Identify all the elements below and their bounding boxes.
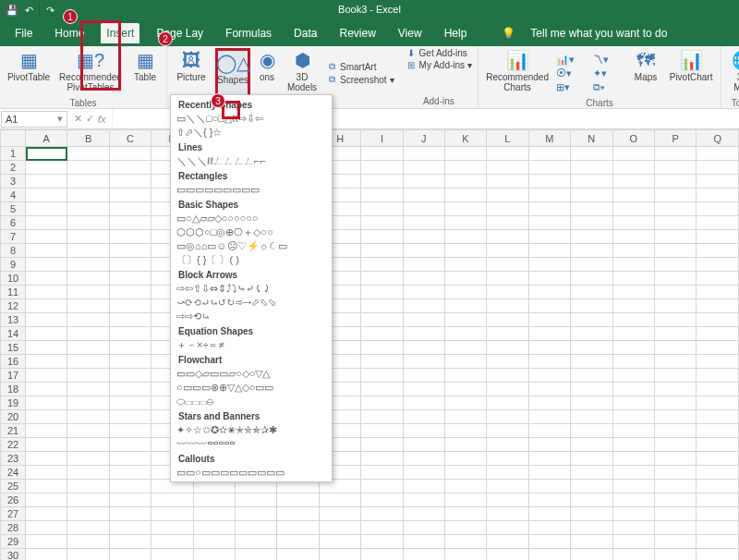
cell-O17[interactable] (612, 369, 654, 383)
cell-J18[interactable] (403, 383, 444, 396)
cell-H28[interactable] (319, 521, 360, 535)
cell-L28[interactable] (487, 521, 528, 535)
row-header-6[interactable]: 6 (1, 216, 26, 230)
cell-B29[interactable] (67, 535, 109, 549)
cell-P8[interactable] (654, 244, 696, 258)
row-header-19[interactable]: 19 (1, 396, 26, 410)
cell-K3[interactable] (444, 175, 486, 189)
cell-C6[interactable] (109, 216, 151, 230)
cell-C8[interactable] (109, 244, 151, 258)
cell-P16[interactable] (654, 355, 696, 369)
cell-A25[interactable] (26, 480, 67, 493)
cell-O2[interactable] (612, 161, 654, 175)
cell-O10[interactable] (612, 272, 654, 286)
column-header-L[interactable]: L (487, 130, 528, 147)
cell-P21[interactable] (654, 424, 696, 438)
cell-F29[interactable] (236, 535, 277, 549)
cell-B17[interactable] (67, 369, 109, 383)
row-header-23[interactable]: 23 (1, 452, 26, 466)
cell-A17[interactable] (26, 369, 67, 383)
cell-M17[interactable] (528, 369, 571, 383)
column-header-N[interactable]: N (571, 130, 612, 147)
cell-A20[interactable] (26, 410, 67, 424)
cell-N24[interactable] (571, 466, 612, 480)
cell-O3[interactable] (612, 175, 654, 189)
shapes-gallery-dropdown[interactable]: Recently Shapes ▭＼＼□○□△ℓℓ⇨⇩⇦ ⇧⬀＼{ }☆ Lin… (170, 94, 333, 482)
shapes-flow-r2[interactable]: ○▭▭▭⊗⊕▽△◇○▭▭ (173, 381, 330, 395)
cell-B9[interactable] (67, 258, 109, 272)
cell-I4[interactable] (361, 189, 403, 202)
cell-C18[interactable] (109, 383, 151, 396)
cell-A13[interactable] (26, 313, 67, 327)
cell-B7[interactable] (67, 230, 109, 244)
name-box[interactable]: A1 ▾ (1, 111, 67, 128)
cell-N26[interactable] (571, 493, 612, 507)
cell-N3[interactable] (571, 175, 612, 189)
cell-L7[interactable] (487, 230, 528, 244)
shapes-block-r2[interactable]: ⤻⟳⟲⤾⤿↺↻➾⇢⬀⬁⬂ (173, 296, 330, 310)
cell-N22[interactable] (571, 438, 612, 452)
cell-N13[interactable] (571, 313, 612, 327)
row-header-20[interactable]: 20 (1, 410, 26, 424)
cell-A30[interactable] (26, 549, 67, 561)
cell-I28[interactable] (361, 521, 403, 535)
row-header-25[interactable]: 25 (1, 480, 26, 493)
shapes-basic-r4[interactable]: 〔〕{ }〔 〕( ) (173, 253, 330, 267)
cell-C23[interactable] (109, 452, 151, 466)
cell-L4[interactable] (487, 189, 528, 202)
cell-L11[interactable] (487, 286, 528, 299)
cell-J16[interactable] (403, 355, 444, 369)
cell-I29[interactable] (361, 535, 403, 549)
pictures-button[interactable]: 🖼Picture (173, 48, 210, 98)
cell-M11[interactable] (528, 286, 571, 299)
3dmodels-button[interactable]: ⬢3D Models (284, 48, 321, 98)
cell-I19[interactable] (361, 396, 403, 410)
cell-Q28[interactable] (697, 521, 739, 535)
cell-Q20[interactable] (697, 410, 739, 424)
cell-O30[interactable] (612, 549, 654, 561)
cell-C20[interactable] (109, 410, 151, 424)
table-button[interactable]: ▦Table (129, 48, 161, 98)
cell-O25[interactable] (612, 480, 654, 493)
row-header-11[interactable]: 11 (1, 286, 26, 299)
cell-N19[interactable] (571, 396, 612, 410)
cell-M2[interactable] (528, 161, 571, 175)
cell-I13[interactable] (361, 313, 403, 327)
cell-C24[interactable] (109, 466, 151, 480)
cell-C15[interactable] (109, 341, 151, 355)
row-header-4[interactable]: 4 (1, 189, 26, 202)
row-header-14[interactable]: 14 (1, 327, 26, 341)
cell-K2[interactable] (444, 161, 486, 175)
cell-I6[interactable] (361, 216, 403, 230)
shapes-stars-r2[interactable]: 〰〰〰▭▭▭▭▭ (173, 437, 330, 451)
cell-P19[interactable] (654, 396, 696, 410)
cell-K1[interactable] (444, 147, 486, 161)
cell-I7[interactable] (361, 230, 403, 244)
cell-O24[interactable] (612, 466, 654, 480)
cell-J4[interactable] (403, 189, 444, 202)
cell-N25[interactable] (571, 480, 612, 493)
cell-Q2[interactable] (697, 161, 739, 175)
cell-K5[interactable] (444, 202, 486, 216)
cell-I1[interactable] (361, 147, 403, 161)
cell-Q9[interactable] (697, 258, 739, 272)
cell-J1[interactable] (403, 147, 444, 161)
cell-P30[interactable] (654, 549, 696, 561)
cell-P20[interactable] (654, 410, 696, 424)
cell-M25[interactable] (528, 480, 571, 493)
shapes-lines-row[interactable]: ＼＼＼ℓℓㄥㄥㄥㄥ⌐⌐ (173, 154, 330, 168)
cell-Q7[interactable] (697, 230, 739, 244)
cell-P28[interactable] (654, 521, 696, 535)
cell-L2[interactable] (487, 161, 528, 175)
cell-K19[interactable] (444, 396, 486, 410)
cell-Q1[interactable] (697, 147, 739, 161)
cell-B15[interactable] (67, 341, 109, 355)
tab-file[interactable]: File (9, 23, 38, 43)
cell-Q12[interactable] (697, 299, 739, 313)
smartart-button[interactable]: ⧉SmartArt (326, 61, 394, 72)
column-header-C[interactable]: C (109, 130, 151, 147)
cell-O5[interactable] (612, 202, 654, 216)
cell-A16[interactable] (26, 355, 67, 369)
cell-K7[interactable] (444, 230, 486, 244)
cell-M27[interactable] (528, 507, 571, 521)
